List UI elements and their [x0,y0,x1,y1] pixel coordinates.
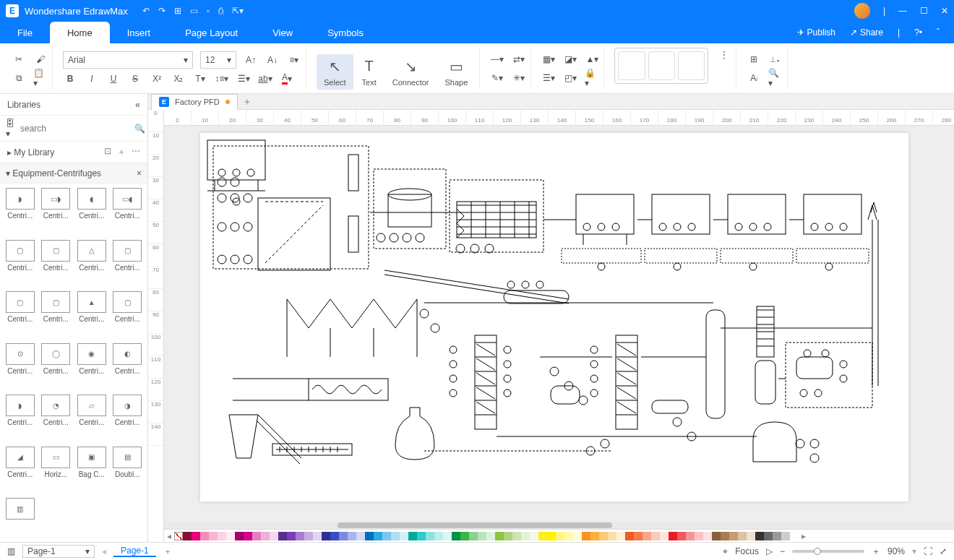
shape-item[interactable]: ◖Centri... [74,188,109,236]
color-swatch[interactable] [426,532,434,540]
color-swatch[interactable] [573,532,582,540]
maximize-button[interactable]: ☐ [920,6,928,16]
fullscreen-icon[interactable]: ⤢ [940,546,947,556]
shape-item[interactable]: ▣Bag C... [74,447,109,494]
color-swatch[interactable] [547,532,556,540]
minimize-button[interactable]: — [898,6,907,16]
color-swatch[interactable] [469,532,478,540]
group-icon[interactable]: ⊞ [747,52,761,66]
page-tab[interactable]: Page-1 [113,546,156,557]
no-color-swatch[interactable] [174,532,183,540]
color-swatch[interactable] [235,532,244,540]
color-swatch[interactable] [261,532,270,540]
color-scroll-right-icon[interactable]: ▸ [802,531,806,541]
shape-tool[interactable]: ▭Shape [438,54,476,90]
format-painter-icon[interactable]: 🖌 [33,52,48,66]
shape-item[interactable]: ◉Centri... [74,343,109,391]
color-swatch[interactable] [790,532,799,540]
color-swatch[interactable] [304,532,313,540]
color-swatch[interactable] [686,532,695,540]
shape-item[interactable]: △Centri... [74,240,109,288]
page-selector[interactable]: Page-1▾ [22,545,95,558]
color-swatch[interactable] [582,532,590,540]
color-swatch[interactable] [625,532,634,540]
color-swatch[interactable] [434,532,443,540]
play-icon[interactable]: ▷ [766,546,773,556]
fill-icon[interactable]: ▦▾ [541,52,556,66]
color-swatch[interactable] [296,532,304,540]
canvas[interactable] [164,126,954,522]
add-to-lib-icon[interactable]: ⊡ [104,146,111,158]
color-swatch[interactable] [278,532,287,540]
color-swatch[interactable] [556,532,564,540]
shape-item[interactable]: ◑Centri... [111,395,145,442]
shape-item[interactable]: ▢Centri... [111,240,145,288]
connector-style-icon[interactable]: ✳▾ [512,71,526,85]
shape-item[interactable]: ▥ [3,498,38,538]
color-swatch[interactable] [651,532,660,540]
angle-icon[interactable]: ▲▾ [585,52,599,66]
shape-item[interactable]: ⊙Centri... [3,343,38,391]
font-size-selector[interactable]: 12▾ [200,51,236,69]
color-swatch[interactable] [313,532,322,540]
italic-icon[interactable]: I [85,72,99,86]
drawing-page[interactable] [200,133,908,501]
color-scroll-left-icon[interactable]: ◂ [167,531,171,541]
bold-icon[interactable]: B [63,72,77,86]
color-swatch[interactable] [452,532,460,540]
horizontal-scrollbar[interactable] [164,522,954,529]
collapse-ribbon-icon[interactable]: ˆ [937,27,940,38]
color-swatch[interactable] [608,532,616,540]
shape-item[interactable]: ◗Centri... [3,188,38,236]
superscript-icon[interactable]: X² [150,72,164,86]
publish-button[interactable]: ✈ Publish [797,27,835,38]
color-swatch[interactable] [781,532,790,540]
add-tab-icon[interactable]: ＋ [242,95,252,108]
pen-icon[interactable]: ✎▾ [490,71,504,85]
shape-item[interactable]: ▭Horiz... [39,447,74,494]
shape-item[interactable]: ▱Centri... [74,395,109,442]
swatch-more-icon[interactable]: ⋮ [717,48,731,62]
color-swatch[interactable] [660,532,669,540]
color-swatch[interactable] [677,532,686,540]
crop-icon[interactable]: ⟂▾ [768,52,783,66]
paste-icon[interactable]: 📋▾ [33,71,48,85]
bullets-icon[interactable]: ☰▾ [236,72,251,86]
color-swatch[interactable] [244,532,252,540]
help-icon[interactable]: ?• [914,27,922,38]
find-icon[interactable]: 🔍▾ [768,71,783,85]
shape-item[interactable]: ▢Centri... [3,291,38,339]
shape-item[interactable]: ▭◖Centri... [111,188,145,236]
shape-item[interactable]: ▢Centri... [39,240,74,288]
color-swatch[interactable] [521,532,530,540]
color-swatch[interactable] [643,532,651,540]
share-button[interactable]: ↗ Share [850,27,883,38]
open-icon[interactable]: ▭ [190,6,198,16]
color-swatch[interactable] [200,532,209,540]
color-swatch[interactable] [478,532,486,540]
shape-item[interactable]: ▭◗Centri... [39,188,74,236]
document-tab[interactable]: E Factory PFD [151,94,238,110]
color-swatch[interactable] [669,532,677,540]
redo-icon[interactable]: ↷ [158,6,166,16]
color-swatch[interactable] [339,532,348,540]
menu-symbols[interactable]: Symbols [310,22,381,43]
color-swatch[interactable] [218,532,226,540]
font-settings-icon[interactable]: Aᵢ [747,71,761,85]
zoom-in-icon[interactable]: ＋ [872,546,880,558]
undo-icon[interactable]: ↶ [142,6,150,16]
focus-target-icon[interactable]: ⌖ [723,546,728,556]
style-swatches[interactable] [614,48,708,84]
color-swatch[interactable] [729,532,738,540]
user-avatar[interactable] [854,3,870,19]
color-swatch[interactable] [712,532,721,540]
add-lib-icon[interactable]: ＋ [117,146,126,158]
shape-item[interactable]: ▲Centri... [74,291,109,339]
library-section-header[interactable]: ▾ Equipment-Centrifuges × [0,163,147,184]
color-swatch[interactable] [773,532,781,540]
library-search-input[interactable] [20,120,129,137]
color-swatch[interactable] [374,532,382,540]
menu-pagelayout[interactable]: Page Layout [168,22,255,43]
color-swatch[interactable] [590,532,599,540]
text-direction-icon[interactable]: T▾ [193,72,207,86]
